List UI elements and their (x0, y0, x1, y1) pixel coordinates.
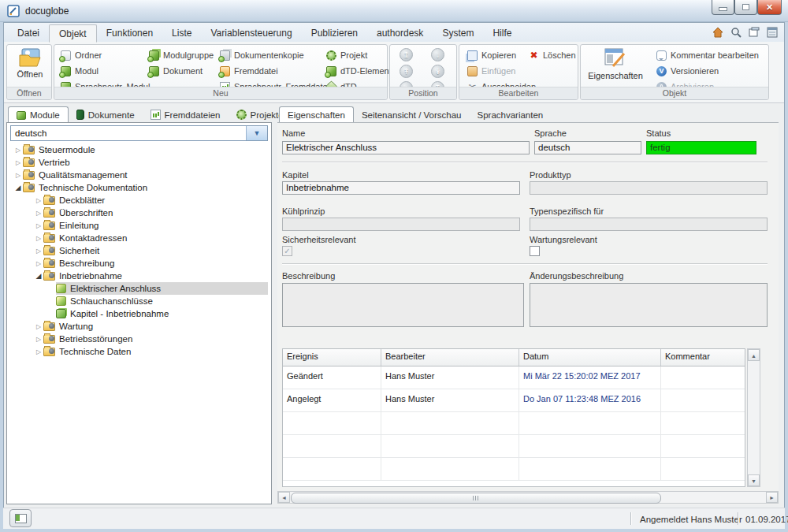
new-modul-button[interactable]: Modul (61, 65, 98, 77)
new-fremddatei-button[interactable]: Fremddatei (220, 65, 278, 77)
wartungsrelevant-checkbox[interactable] (530, 246, 540, 256)
tree-item[interactable]: ◢Technische Dokumentation (7, 181, 271, 194)
cell-ereignis: Geändert (283, 366, 381, 389)
new-modulgruppe-button[interactable]: Modulgruppe (149, 49, 214, 61)
expander-collapsed-icon[interactable]: ▷ (34, 235, 43, 242)
expander-collapsed-icon[interactable]: ▷ (13, 172, 23, 179)
table-row[interactable]: Angelegt Hans Muster Do Jan 07 11:23:48 … (283, 389, 745, 412)
tree-item[interactable]: Kapitel - Inbetriebnahme (7, 307, 271, 320)
column-header-datum[interactable]: Datum (519, 349, 661, 366)
menu-publizieren[interactable]: Publizieren (302, 24, 367, 42)
horizontal-scroll-thumb[interactable] (291, 493, 661, 504)
kapitel-field[interactable]: Inbetriebnahme (282, 181, 520, 195)
menu-variablensteuerung[interactable]: Variablensteuerung (201, 24, 301, 42)
new-dtd-element-button[interactable]: dTD-Element (326, 65, 392, 77)
tab-module[interactable]: Module (8, 106, 69, 123)
tree-item[interactable]: ▷Überschriften (7, 206, 271, 219)
preview-icon[interactable] (748, 26, 760, 39)
sicherheitsrelevant-checkbox[interactable]: ✓ (282, 246, 292, 256)
dropdown-button[interactable]: ▼ (246, 126, 267, 140)
tree-item[interactable]: ▷Vertrieb (7, 156, 271, 169)
column-header-bearbeiter[interactable]: Bearbeiter (381, 349, 519, 366)
sprache-field[interactable]: deutsch (534, 141, 641, 154)
sidebar-toggle-button[interactable] (9, 509, 32, 527)
new-ordner-button[interactable]: Ordner (61, 49, 102, 61)
expander-collapsed-icon[interactable]: ▷ (34, 197, 43, 204)
report-icon[interactable] (766, 26, 779, 39)
search-icon[interactable] (730, 26, 742, 39)
column-header-kommentar[interactable]: Kommentar (661, 349, 745, 366)
move-down-button[interactable]: ↓ (431, 48, 444, 61)
tree-item[interactable]: ▷Technische Daten (7, 345, 271, 358)
copy-icon (467, 50, 478, 61)
home-icon[interactable] (712, 26, 724, 39)
expander-collapsed-icon[interactable]: ▷ (34, 247, 43, 255)
minimize-button[interactable] (712, 0, 734, 15)
maximize-button[interactable] (734, 0, 757, 15)
delete-button[interactable]: ✖Löschen (529, 49, 576, 61)
menu-system[interactable]: System (433, 24, 483, 42)
expander-collapsed-icon[interactable]: ▷ (34, 323, 43, 330)
move-up-page-button[interactable]: ↟ (400, 65, 413, 78)
new-projekt-button[interactable]: Projekt (326, 49, 367, 61)
expander-collapsed-icon[interactable]: ▷ (34, 336, 43, 343)
new-dokument-button[interactable]: Dokument (149, 65, 203, 77)
panel-horizontal-scrollbar[interactable]: ◄ ► (277, 491, 779, 504)
scroll-left-button[interactable]: ◄ (278, 492, 290, 503)
expander-collapsed-icon[interactable]: ▷ (34, 260, 43, 267)
tab-fremddateien[interactable]: Fremddateien (143, 106, 229, 122)
table-row[interactable]: Geändert Hans Muster Mi Mär 22 15:20:02 … (283, 366, 745, 389)
tree-item[interactable]: ◢Inbetriebnahme (7, 270, 271, 282)
menu-hilfe[interactable]: Hilfe (483, 24, 521, 42)
expander-collapsed-icon[interactable]: ▷ (13, 147, 23, 154)
tree-item[interactable]: ▷Sicherheit (7, 244, 271, 257)
scroll-down-button[interactable]: ▼ (748, 474, 760, 486)
expander-collapsed-icon[interactable]: ▷ (34, 348, 43, 355)
new-dokumentenkopie-button[interactable]: Dokumentenkopie (220, 49, 304, 61)
expander-collapsed-icon[interactable]: ▷ (34, 210, 43, 217)
language-filter-dropdown[interactable]: deutsch ▼ (10, 125, 268, 141)
menu-objekt[interactable]: Objekt (49, 24, 97, 43)
expander-expanded-icon[interactable]: ◢ (13, 184, 23, 192)
tree-item[interactable]: ▷Beschreibung (7, 257, 271, 270)
close-button[interactable]: ✕ (757, 0, 782, 15)
tree-item[interactable]: ▷Deckblätter (7, 194, 271, 206)
kuehlprinzip-field[interactable] (282, 218, 520, 231)
column-header-ereignis[interactable]: Ereignis (283, 349, 381, 366)
version-button[interactable]: VVersionieren (656, 65, 719, 77)
tab-sprachvarianten[interactable]: Sprachvarianten (469, 107, 551, 122)
tree-item[interactable]: ▷Betriebsstörungen (7, 333, 271, 345)
properties-button[interactable]: Eigenschaften (585, 47, 645, 80)
paste-button[interactable]: Einfügen (467, 65, 515, 77)
tree-item[interactable]: ▷Qualitätsmanagement (7, 169, 271, 181)
tab-eigenschaften[interactable]: Eigenschaften (279, 106, 354, 123)
tab-seitenansicht[interactable]: Seitenansicht / Vorschau (354, 107, 470, 122)
menu-datei[interactable]: Datei (8, 24, 49, 42)
tree-item[interactable]: ▷Wartung (7, 320, 271, 333)
move-down-page-button[interactable]: ↡ (431, 65, 444, 78)
menu-authordesk[interactable]: authordesk (367, 24, 433, 42)
tree-item[interactable]: ▷Einleitung (7, 219, 271, 232)
move-to-top-button[interactable]: ↥ (400, 48, 413, 61)
expander-expanded-icon[interactable]: ◢ (34, 272, 43, 280)
scroll-right-button[interactable]: ► (766, 492, 778, 503)
aenderungsbeschreibung-textarea[interactable] (530, 283, 768, 327)
scroll-up-button[interactable]: ▲ (748, 349, 760, 361)
tree-item[interactable]: ▷Steuermodule (7, 143, 271, 156)
produkttyp-field[interactable] (530, 181, 768, 195)
edit-comment-button[interactable]: Kommentar bearbeiten (656, 49, 759, 61)
expander-collapsed-icon[interactable]: ▷ (34, 222, 43, 229)
tree-item-selected[interactable]: Elektrischer Anschluss (7, 282, 271, 295)
tree-item[interactable]: Schlauchanschlüsse (7, 295, 271, 307)
tree-item[interactable]: ▷Kontaktadressen (7, 232, 271, 244)
table-vertical-scrollbar[interactable]: ▲ ▼ (747, 348, 760, 487)
open-button[interactable]: Öffnen (10, 47, 50, 79)
typenspezifisch-field[interactable] (530, 218, 768, 231)
menu-liste[interactable]: Liste (162, 24, 201, 42)
beschreibung-textarea[interactable] (282, 283, 524, 327)
menu-funktionen[interactable]: Funktionen (97, 24, 162, 42)
name-field[interactable]: Elektrischer Anschluss (282, 141, 530, 154)
tab-dokumente[interactable]: Dokumente (69, 106, 143, 122)
expander-collapsed-icon[interactable]: ▷ (13, 159, 23, 166)
copy-button[interactable]: Kopieren (467, 49, 516, 61)
